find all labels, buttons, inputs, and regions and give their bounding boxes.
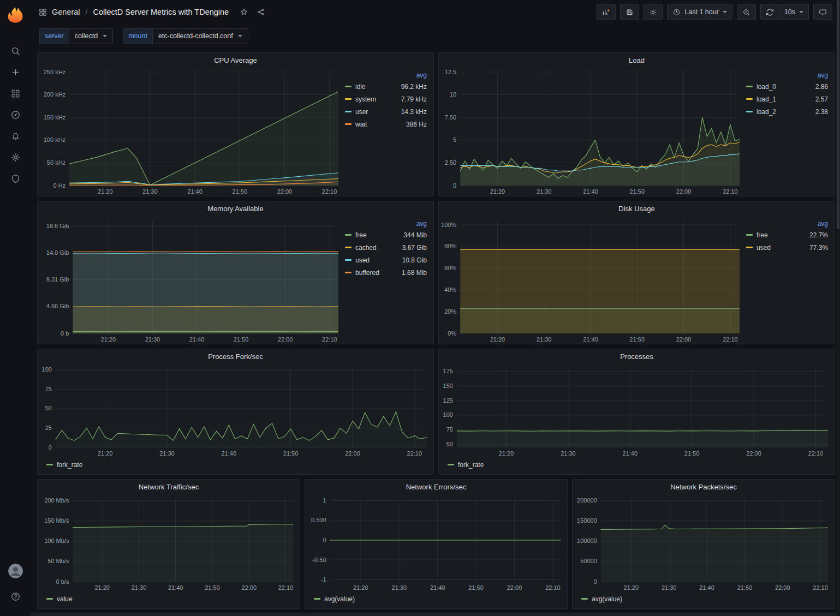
legend-item[interactable]: free344 Mib — [345, 229, 427, 241]
svg-text:21:20: 21:20 — [98, 450, 113, 457]
panel-memory-available: Memory Available 0 b4.66 Gib9.31 Gib14.0… — [37, 201, 434, 344]
variable-value-dropdown[interactable]: collectd — [69, 28, 113, 44]
horizontal-scrollbar[interactable] — [31, 613, 836, 616]
panel-title[interactable]: Network Traffic/sec — [38, 480, 300, 494]
variable-value-dropdown[interactable]: etc-collectd-collectd.conf — [152, 28, 248, 44]
panel-network-errors: Network Errors/sec -1-0.5000.500121:2021… — [305, 479, 568, 609]
svg-text:100: 100 — [443, 411, 453, 418]
legend-item[interactable]: used77.3% — [746, 241, 828, 254]
legend-item[interactable]: wait386 Hz — [345, 118, 427, 130]
panel-title[interactable]: Disk Usage — [439, 201, 835, 216]
legend-item[interactable]: fork_rate — [46, 461, 82, 469]
svg-text:150: 150 — [443, 382, 453, 389]
legend-item[interactable]: load_22.38 — [746, 105, 828, 118]
add-panel-button[interactable] — [597, 4, 616, 20]
svg-text:200 Mb/s: 200 Mb/s — [44, 497, 69, 504]
configuration-gear-icon[interactable] — [4, 147, 26, 168]
svg-text:0: 0 — [453, 182, 456, 189]
svg-text:21:20: 21:20 — [353, 584, 368, 591]
svg-text:21:40: 21:40 — [583, 188, 598, 195]
legend-item[interactable]: cached3.67 Gib — [345, 241, 427, 254]
panel-title[interactable]: Load — [439, 53, 835, 68]
legend-item[interactable]: system7.79 kHz — [345, 93, 427, 105]
series-color-swatch — [345, 123, 352, 125]
panel-title[interactable]: Processes — [439, 349, 835, 364]
network-errors-chart[interactable]: -1-0.5000.500121:2021:3021:4021:5022:002… — [305, 494, 567, 592]
legend-item[interactable]: load_12.57 — [746, 93, 828, 105]
alerting-bell-icon[interactable] — [4, 125, 26, 147]
cpu-average-chart[interactable]: 0 Hz50 kHz100 kHz150 kHz200 kHz250 kHz21… — [38, 68, 345, 196]
legend-item[interactable]: user14.3 kHz — [345, 105, 427, 118]
share-icon[interactable] — [257, 8, 265, 16]
disk-usage-chart[interactable]: 0%20%40%60%80%100%21:2021:3021:4021:5022… — [439, 216, 746, 344]
legend-item[interactable]: used10.8 Gib — [345, 254, 427, 266]
refresh-interval-picker[interactable]: 10s — [779, 4, 809, 20]
save-dashboard-button[interactable] — [620, 4, 639, 20]
legend-item[interactable]: load_02.86 — [746, 80, 828, 93]
search-icon[interactable] — [4, 40, 26, 62]
user-avatar[interactable] — [8, 564, 23, 578]
svg-text:150000: 150000 — [577, 517, 597, 524]
panel-title[interactable]: CPU Average — [38, 53, 433, 68]
legend-item[interactable]: value — [46, 595, 73, 603]
svg-text:100: 100 — [42, 366, 52, 373]
legend-item[interactable]: idle96.2 kHz — [345, 80, 427, 93]
grafana-logo-icon[interactable] — [5, 4, 25, 24]
main-area: General / CollectD Server Metrics with T… — [31, 0, 840, 616]
svg-text:20%: 20% — [444, 308, 456, 315]
svg-text:22:00: 22:00 — [746, 450, 761, 457]
tv-mode-button[interactable] — [813, 4, 832, 20]
svg-text:22:00: 22:00 — [278, 336, 293, 343]
zoom-out-time-button[interactable] — [737, 4, 756, 20]
variable-selected-value: etc-collectd-collectd.conf — [158, 32, 233, 40]
panel-title[interactable]: Process Fork/sec — [38, 349, 433, 364]
vertical-scrollbar[interactable] — [836, 0, 840, 616]
svg-text:22:00: 22:00 — [507, 584, 522, 591]
legend-item[interactable]: avg(value) — [314, 595, 355, 603]
series-color-swatch — [345, 272, 352, 273]
svg-text:21:50: 21:50 — [468, 584, 484, 591]
svg-text:-1: -1 — [321, 576, 326, 583]
svg-text:22:00: 22:00 — [775, 584, 790, 591]
svg-text:75: 75 — [446, 426, 453, 433]
memory-available-chart[interactable]: 0 b4.66 Gib9.31 Gib14.0 Gib18.6 Gib21:20… — [38, 216, 345, 344]
legend-item[interactable]: avg(value) — [581, 595, 622, 603]
panel-title[interactable]: Network Errors/sec — [305, 480, 567, 494]
svg-text:50 Mb/s: 50 Mb/s — [47, 558, 69, 564]
svg-text:-0.50: -0.50 — [312, 557, 326, 563]
panel-title[interactable]: Network Packets/sec — [573, 480, 835, 494]
explore-compass-icon[interactable] — [4, 104, 26, 125]
svg-text:21:30: 21:30 — [537, 188, 552, 195]
network-packets-chart[interactable]: 05000010000015000020000021:2021:3021:402… — [573, 494, 835, 592]
svg-text:10: 10 — [450, 91, 456, 98]
legend-item[interactable]: fork_rate — [448, 461, 484, 469]
svg-text:21:20: 21:20 — [490, 336, 505, 343]
series-color-swatch — [314, 598, 320, 600]
process-fork-chart[interactable]: 025507510021:2021:3021:4021:5022:0022:10 — [38, 364, 433, 458]
legend-header: avg — [345, 70, 427, 80]
star-icon[interactable] — [240, 8, 248, 16]
refresh-button[interactable] — [760, 4, 779, 20]
help-icon[interactable] — [4, 586, 26, 607]
dashboards-icon[interactable] — [4, 83, 26, 104]
create-plus-icon[interactable] — [4, 62, 26, 83]
panel-title[interactable]: Memory Available — [38, 201, 433, 216]
legend-item[interactable]: free22.7% — [746, 229, 828, 241]
network-traffic-chart[interactable]: 0 b/s50 Mb/s100 Mb/s150 Mb/s200 Mb/s21:2… — [38, 494, 300, 592]
svg-text:21:30: 21:30 — [132, 584, 147, 591]
legend-item[interactable]: buffered1.68 Mib — [345, 266, 427, 279]
dashboard-settings-button[interactable] — [644, 4, 663, 20]
clock-icon — [672, 8, 681, 16]
svg-text:21:40: 21:40 — [623, 450, 638, 457]
load-chart[interactable]: 02.5057.501012.521:2021:3021:4021:5022:0… — [439, 68, 746, 196]
legend: value — [38, 592, 300, 608]
svg-text:50: 50 — [45, 405, 52, 411]
breadcrumb-folder[interactable]: General — [52, 8, 80, 16]
time-range-picker[interactable]: Last 1 hour — [667, 4, 732, 20]
scrollbar-thumb[interactable] — [837, 0, 839, 229]
server-admin-shield-icon[interactable] — [4, 168, 26, 189]
svg-text:100000: 100000 — [577, 537, 597, 544]
time-range-label: Last 1 hour — [684, 8, 719, 16]
processes-chart[interactable]: 507510012515017521:2021:3021:4021:5022:0… — [439, 364, 835, 458]
svg-text:21:40: 21:40 — [187, 188, 202, 195]
